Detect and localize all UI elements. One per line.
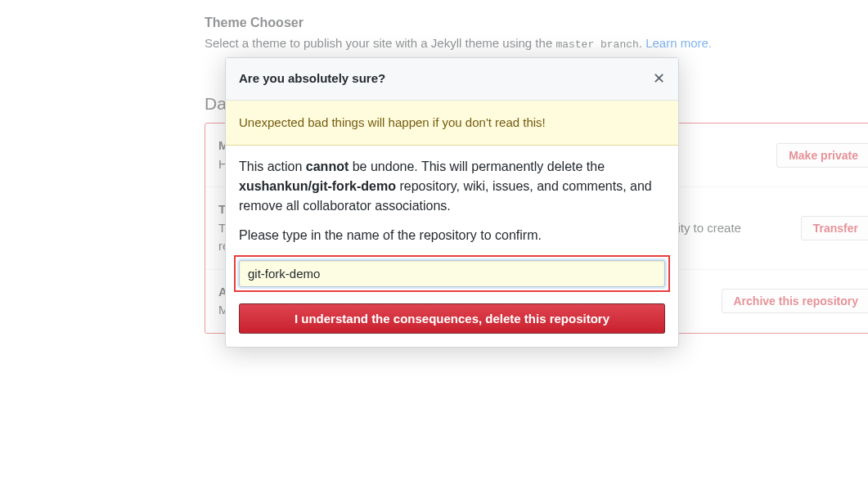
theme-chooser-desc: Select a theme to publish your site with… <box>205 34 868 53</box>
modal-warning-flash: Unexpected bad things will happen if you… <box>226 101 678 146</box>
modal-body-text-2: Please type in the name of the repositor… <box>239 226 665 245</box>
modal-title: Are you absolutely sure? <box>239 70 385 88</box>
archive-button[interactable]: Archive this repository <box>722 289 869 313</box>
transfer-button[interactable]: Transfer <box>801 216 868 240</box>
confirm-input-highlight <box>234 255 670 292</box>
theme-chooser-title: Theme Chooser <box>205 13 868 33</box>
close-icon[interactable]: ✕ <box>653 71 665 86</box>
confirm-repo-name-input[interactable] <box>239 260 665 287</box>
modal-body-text-1: This action cannot be undone. This will … <box>239 157 665 216</box>
delete-repository-button[interactable]: I understand the consequences, delete th… <box>239 303 665 334</box>
delete-repo-modal: Are you absolutely sure? ✕ Unexpected ba… <box>225 57 679 348</box>
make-private-button[interactable]: Make private <box>776 143 868 168</box>
learn-more-link[interactable]: Learn more. <box>645 36 712 50</box>
